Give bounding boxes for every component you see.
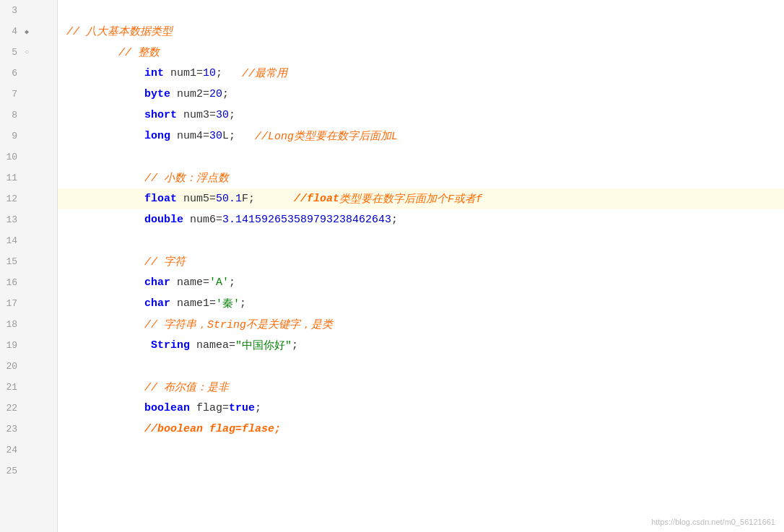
- plain-text: ;: [229, 276, 235, 289]
- code-line: // 整数: [58, 42, 784, 63]
- indent: [66, 423, 144, 435]
- code-line: char name='A';: [58, 272, 784, 293]
- code-line: String namea="中国你好";: [58, 335, 784, 356]
- indent: [66, 402, 144, 414]
- indent: [66, 130, 144, 142]
- code-line: [58, 461, 784, 481]
- line-number: 5: [0, 47, 22, 58]
- plain-text: ;: [216, 67, 242, 79]
- plain-text: num5=: [177, 193, 216, 205]
- comment: //Long类型要在数字后面加L: [255, 129, 398, 143]
- code-line: // 字符: [58, 251, 784, 272]
- code-line: char name1='秦';: [58, 293, 784, 314]
- code-line: [58, 440, 784, 461]
- watermark: https://blog.csdn.net/m0_56121661: [651, 518, 775, 526]
- indent: [66, 214, 144, 226]
- keyword: int: [144, 67, 164, 79]
- plain-text: ;: [391, 214, 398, 226]
- indent: [66, 256, 144, 268]
- line-number: 3: [0, 5, 22, 16]
- line-number: 11: [0, 173, 22, 183]
- code-editor: 34◆5○67891011121314151617181920212223242…: [0, 0, 784, 532]
- plain-text: flag=: [190, 402, 229, 414]
- code-line: int num1=10; //最常用: [58, 63, 784, 84]
- code-line: byte num2=20;: [58, 84, 784, 105]
- plain-text: name=: [170, 276, 209, 289]
- keyword: float: [144, 193, 177, 205]
- gutter-row: 19: [0, 335, 57, 356]
- gutter-row: 5○: [0, 42, 57, 63]
- gutter-row: 13: [0, 209, 57, 230]
- comment: 类型要在数字后面加个F或者f: [339, 192, 482, 206]
- line-number: 7: [0, 89, 22, 100]
- line-number: 19: [0, 340, 22, 351]
- line-number: 14: [0, 235, 22, 246]
- line-number: 21: [0, 382, 22, 393]
- line-number: 24: [0, 445, 22, 455]
- gutter-row: 11: [0, 167, 57, 188]
- gutter-row: 8: [0, 105, 57, 126]
- fold-diamond-icon[interactable]: ◆: [22, 27, 32, 37]
- gutter-row: 14: [0, 230, 57, 251]
- line-number: 13: [0, 214, 22, 225]
- indent: [66, 318, 144, 331]
- line-gutter: 34◆5○67891011121314151617181920212223242…: [0, 0, 58, 532]
- string-literal: '秦': [216, 297, 240, 310]
- keyword: long: [144, 130, 170, 142]
- gutter-row: 18: [0, 314, 57, 335]
- string-literal: "中国你好": [235, 339, 292, 352]
- gutter-row: 10: [0, 147, 57, 167]
- comment-bold: //float: [294, 193, 339, 205]
- number-literal: 50.1: [216, 193, 242, 205]
- keyword: short: [144, 109, 177, 121]
- gutter-row: 15: [0, 251, 57, 272]
- gutter-row: 23: [0, 419, 57, 440]
- code-line: [58, 147, 784, 167]
- keyword: char: [144, 276, 170, 289]
- line-number: 10: [0, 152, 22, 162]
- gutter-row: 24: [0, 440, 57, 461]
- line-number: 6: [0, 68, 22, 79]
- code-line: double num6=3.141592653589793238462643;: [58, 209, 784, 230]
- gutter-row: 7: [0, 84, 57, 105]
- gutter-row: 6: [0, 63, 57, 84]
- comment: //最常用: [242, 66, 287, 80]
- gutter-row: 4◆: [0, 21, 57, 42]
- plain-text: ;: [255, 402, 261, 414]
- plain-text: num6=: [183, 214, 222, 226]
- line-number: 18: [0, 319, 22, 330]
- line-number: 25: [0, 466, 22, 476]
- code-line: long num4=30L; //Long类型要在数字后面加L: [58, 126, 784, 147]
- line-number: 4: [0, 26, 22, 37]
- number-literal: 20: [209, 88, 222, 100]
- fold-circle-icon[interactable]: ○: [22, 48, 32, 58]
- gutter-row: 3: [0, 0, 57, 21]
- plain-text: ;: [222, 88, 229, 100]
- line-number: 15: [0, 256, 22, 267]
- plain-text: num3=: [177, 109, 216, 121]
- gutter-row: 25: [0, 461, 57, 481]
- keyword: true: [229, 402, 255, 414]
- line-number: 20: [0, 361, 22, 372]
- gutter-row: 16: [0, 272, 57, 293]
- keyword: String: [151, 339, 190, 352]
- indent: [66, 46, 118, 58]
- code-line: [58, 0, 784, 21]
- gutter-row: 21: [0, 377, 57, 398]
- line-number: 17: [0, 298, 22, 309]
- number-literal: 3.141592653589793238462643: [222, 214, 391, 226]
- indent: [66, 276, 144, 289]
- indent: [66, 339, 151, 352]
- code-line: [58, 230, 784, 251]
- indent: [66, 193, 144, 205]
- line-number: 22: [0, 403, 22, 414]
- indent: [66, 109, 144, 121]
- plain-text: F;: [242, 193, 294, 205]
- string-literal: 'A': [209, 276, 229, 289]
- number-literal: 30: [216, 109, 229, 121]
- line-number: 12: [0, 193, 22, 204]
- plain-text: num4=: [170, 130, 209, 142]
- code-area[interactable]: // 八大基本数据类型 // 整数 int num1=10; //最常用 byt…: [58, 0, 784, 532]
- gutter-row: 17: [0, 293, 57, 314]
- plain-text: ;: [229, 109, 235, 121]
